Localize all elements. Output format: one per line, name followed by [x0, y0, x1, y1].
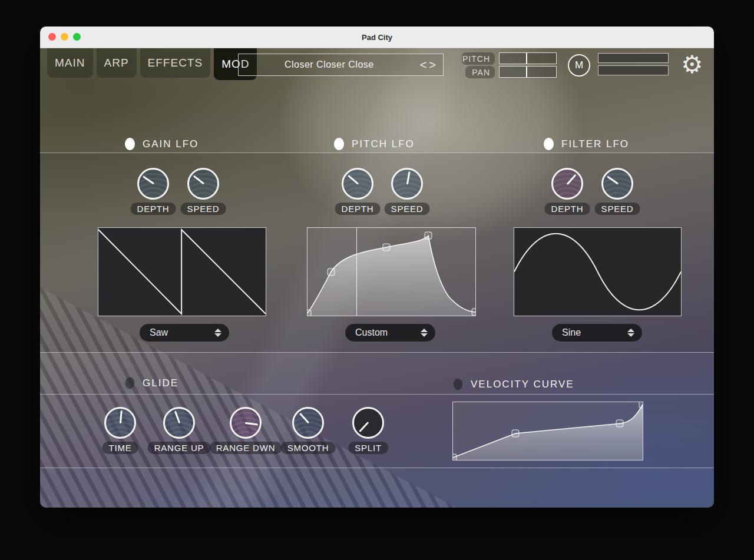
glide-title: GLIDE — [143, 377, 178, 389]
gain-lfo-header: GAIN LFO — [125, 138, 199, 150]
knob-pointer — [119, 410, 122, 423]
velocity-curve-title: VELOCITY CURVE — [471, 379, 574, 390]
filter-lfo-enable-led[interactable] — [544, 138, 554, 150]
gain-lfo-speed-label: SPEED — [181, 203, 226, 215]
curve-handle[interactable] — [452, 454, 457, 460]
tab-main[interactable]: MAIN — [47, 48, 93, 78]
pitch-lfo-wave-select[interactable]: Custom — [345, 324, 435, 342]
pan-slider[interactable] — [499, 66, 557, 78]
tab-arp[interactable]: ARP — [97, 48, 137, 78]
pitch-lfo-wave-value: Custom — [355, 327, 388, 338]
gain-lfo-wave-select[interactable]: Saw — [140, 324, 229, 342]
gain-lfo-speed-knob[interactable] — [187, 168, 219, 200]
gain-lfo-depth-knob[interactable] — [137, 168, 169, 200]
glide-enable-led[interactable] — [125, 377, 135, 389]
divider — [40, 352, 714, 353]
preset-prev-icon[interactable]: < — [420, 54, 427, 75]
knob-pointer — [245, 422, 258, 425]
pitch-lfo-enable-led[interactable] — [334, 138, 344, 150]
glide-split-knob[interactable] — [352, 407, 384, 439]
filter-lfo-speed-label: SPEED — [595, 203, 640, 215]
knob-pointer — [359, 422, 369, 432]
glide-range-up-label: RANGE UP — [148, 442, 211, 454]
pan-label: PAN — [465, 66, 495, 78]
settings-gear-icon[interactable]: ⚙ — [681, 49, 703, 80]
filter-lfo-wave-select[interactable]: Sine — [552, 324, 642, 342]
traffic-lights — [48, 33, 81, 41]
filter-lfo-wave-value: Sine — [562, 327, 581, 338]
zoom-window-button[interactable] — [73, 33, 81, 41]
tab-effects[interactable]: EFFECTS — [140, 48, 211, 78]
curve-handle[interactable] — [425, 232, 432, 240]
knob-pointer — [607, 176, 619, 185]
mono-button[interactable]: M — [568, 54, 590, 77]
gain-lfo-wave-display[interactable] — [98, 227, 266, 316]
glide-range-dwn-knob[interactable] — [230, 407, 262, 439]
divider — [40, 153, 714, 153]
curve-handle[interactable] — [616, 420, 624, 428]
gain-lfo-depth-label: DEPTH — [131, 203, 176, 215]
pitch-slider-handle[interactable] — [526, 53, 527, 64]
curve-handle[interactable] — [639, 402, 644, 408]
updown-arrows-icon — [214, 329, 221, 337]
filter-lfo-title: FILTER LFO — [561, 138, 629, 150]
pitch-lfo-speed-label: SPEED — [385, 203, 430, 215]
velocity-curve-display[interactable] — [452, 402, 643, 460]
preset-name: Closer Closer Close — [239, 59, 420, 70]
gain-lfo-enable-led[interactable] — [125, 138, 135, 150]
knob-pointer — [174, 411, 180, 424]
pitch-lfo-depth-knob[interactable] — [342, 168, 373, 200]
knob-pointer — [143, 176, 154, 185]
curve-handle[interactable] — [307, 309, 312, 316]
plugin-body: MAIN ARP EFFECTS MOD Closer Closer Close… — [40, 48, 714, 508]
pitch-label: PITCH — [462, 52, 495, 65]
filter-lfo-wave-display[interactable] — [514, 227, 682, 316]
glide-smooth-label: SMOOTH — [281, 442, 336, 454]
glide-range-dwn-label: RANGE DWN — [210, 442, 282, 454]
preset-nav: < > — [420, 54, 443, 75]
updown-arrows-icon — [421, 329, 428, 337]
filter-lfo-header: FILTER LFO — [544, 138, 629, 150]
glide-range-up-knob[interactable] — [163, 407, 195, 439]
filter-lfo-depth-label: DEPTH — [545, 203, 590, 215]
knob-pointer — [193, 175, 204, 185]
glide-time-label: TIME — [102, 442, 138, 454]
curve-handle[interactable] — [512, 429, 520, 437]
glide-header: GLIDE — [125, 377, 178, 389]
curve-handle[interactable] — [327, 268, 335, 276]
pitch-lfo-header: PITCH LFO — [334, 138, 415, 150]
pitch-lfo-speed-knob[interactable] — [391, 168, 423, 200]
knob-pointer — [566, 174, 576, 184]
level-meter-top — [598, 53, 669, 63]
pitch-lfo-depth-label: DEPTH — [335, 203, 381, 215]
gain-lfo-wave-value: Saw — [150, 327, 168, 338]
plugin-window: Pad City MAIN ARP EFFECTS MOD Closer Clo… — [40, 26, 714, 508]
pitch-slider[interactable] — [499, 52, 557, 64]
curve-handle[interactable] — [472, 309, 477, 316]
minimize-window-button[interactable] — [61, 33, 68, 41]
glide-smooth-knob[interactable] — [292, 407, 324, 439]
nav-tabs: MAIN ARP EFFECTS MOD — [47, 48, 257, 80]
gain-lfo-title: GAIN LFO — [143, 138, 199, 150]
close-window-button[interactable] — [48, 33, 56, 41]
pan-slider-handle[interactable] — [526, 67, 527, 77]
divider — [40, 468, 714, 468]
velocity-curve-header: VELOCITY CURVE — [453, 378, 574, 390]
filter-lfo-depth-knob[interactable] — [551, 168, 583, 200]
pitch-lfo-title: PITCH LFO — [352, 138, 415, 150]
knob-pointer — [348, 175, 359, 184]
pitch-lfo-wave-display[interactable] — [307, 227, 476, 316]
preset-next-icon[interactable]: > — [429, 54, 436, 75]
filter-lfo-speed-knob[interactable] — [601, 168, 633, 200]
lfo-playhead — [356, 228, 358, 316]
level-meter-bottom — [598, 65, 669, 75]
knob-pointer — [406, 171, 410, 184]
divider — [40, 394, 714, 395]
curve-handle[interactable] — [382, 243, 390, 251]
preset-selector[interactable]: Closer Closer Close < > — [238, 54, 444, 76]
glide-time-knob[interactable] — [104, 407, 136, 439]
bottom-band-shade — [40, 468, 714, 508]
glide-split-label: SPLIT — [348, 442, 388, 454]
velocity-curve-enable-led[interactable] — [453, 378, 463, 390]
knob-pointer — [299, 413, 309, 423]
